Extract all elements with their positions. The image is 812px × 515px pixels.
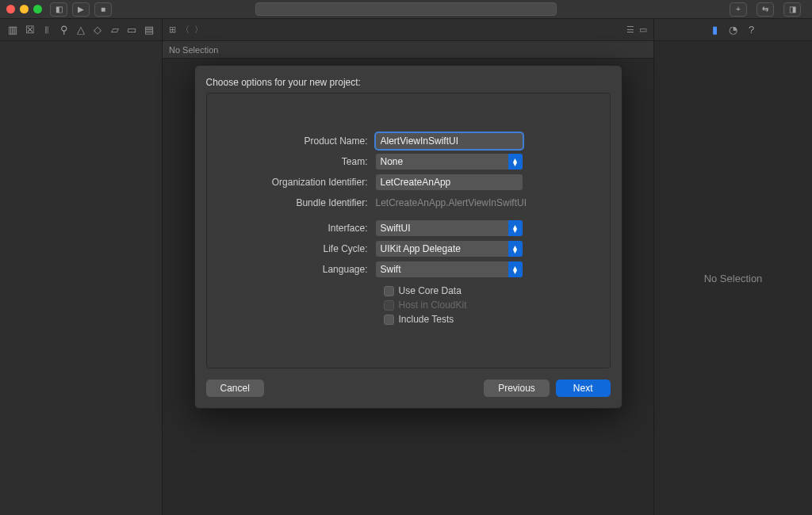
- sheet-button-row: Cancel Previous Next: [206, 380, 611, 397]
- inspector-panel: No Selection: [653, 41, 812, 515]
- jump-bar-text: No Selection: [169, 45, 218, 55]
- navigator-selector-bar: ▥ ☒ ⫴ ⚲ △ ◇ ▱ ▭ ▤: [0, 19, 163, 40]
- debug-navigator-icon[interactable]: ▱: [110, 24, 120, 36]
- new-project-options-sheet: Choose options for your new project: Pro…: [194, 65, 622, 409]
- back-icon[interactable]: 〈: [181, 24, 190, 36]
- next-button[interactable]: Next: [556, 380, 611, 397]
- window-titlebar: ◧ ▶ ■ + ⇆ ◨: [0, 0, 812, 19]
- team-select[interactable]: None ▴▾: [376, 154, 523, 170]
- life-cycle-label: Life Cycle:: [229, 243, 376, 254]
- life-cycle-select-value: UIKit App Delegate: [381, 243, 461, 254]
- team-select-value: None: [381, 156, 404, 167]
- adjust-editor-icon[interactable]: ▭: [639, 25, 647, 35]
- source-control-navigator-icon[interactable]: ☒: [25, 24, 34, 36]
- previous-button[interactable]: Previous: [484, 380, 550, 397]
- file-inspector-icon[interactable]: ▮: [712, 24, 718, 36]
- interface-label: Interface:: [229, 223, 376, 234]
- add-button[interactable]: +: [730, 2, 747, 17]
- inspector-selector-bar: ▮ ◔ ?: [653, 19, 812, 40]
- chevron-updown-icon: ▴▾: [508, 220, 523, 236]
- chevron-updown-icon: ▴▾: [508, 154, 523, 170]
- run-button[interactable]: ▶: [72, 2, 90, 17]
- project-navigator-icon[interactable]: ▥: [8, 24, 17, 36]
- sheet-form: Product Name: Team: None ▴▾ Org: [206, 93, 611, 368]
- product-name-label: Product Name:: [229, 135, 376, 147]
- use-core-data-label: Use Core Data: [399, 285, 462, 296]
- language-select-value: Swift: [381, 264, 401, 275]
- include-tests-checkbox[interactable]: [384, 315, 394, 325]
- life-cycle-select[interactable]: UIKit App Delegate ▴▾: [376, 241, 523, 257]
- stop-button[interactable]: ■: [94, 2, 112, 17]
- toggle-navigator-button[interactable]: ◧: [50, 2, 67, 17]
- forward-icon[interactable]: 〉: [194, 24, 203, 36]
- related-items-icon[interactable]: ⊞: [169, 25, 176, 35]
- chevron-updown-icon: ▴▾: [508, 241, 523, 257]
- activity-view[interactable]: [255, 2, 557, 16]
- include-tests-label: Include Tests: [399, 314, 454, 325]
- help-inspector-icon[interactable]: ?: [749, 24, 754, 36]
- breakpoint-navigator-icon[interactable]: ▭: [127, 24, 136, 36]
- symbol-navigator-icon[interactable]: ⫴: [42, 24, 52, 36]
- minimize-window-button[interactable]: [20, 5, 29, 13]
- library-button[interactable]: ⇆: [756, 2, 774, 17]
- host-cloudkit-label: Host in CloudKit: [399, 299, 467, 311]
- issue-navigator-icon[interactable]: △: [76, 24, 86, 36]
- sheet-title: Choose options for your new project:: [206, 77, 611, 88]
- main-area: No Selection Choose options for your new…: [0, 41, 812, 515]
- bundle-id-value: LetCreateAnApp.AlertViewInSwiftUI: [376, 195, 523, 211]
- chevron-updown-icon: ▴▾: [508, 261, 523, 277]
- language-label: Language:: [229, 264, 376, 275]
- zoom-window-button[interactable]: [33, 5, 42, 13]
- org-id-label: Organization Identifier:: [229, 177, 376, 188]
- editor-area: No Selection Choose options for your new…: [163, 41, 653, 515]
- find-navigator-icon[interactable]: ⚲: [59, 24, 68, 36]
- interface-select[interactable]: SwiftUI ▴▾: [376, 220, 523, 236]
- jump-bar: No Selection: [163, 41, 653, 59]
- language-select[interactable]: Swift ▴▾: [376, 261, 523, 277]
- toggle-inspector-button[interactable]: ◨: [783, 2, 801, 17]
- editor-tab-bar: ⊞ 〈 〉 ☰ ▭: [163, 19, 653, 40]
- editor-options-icon[interactable]: ☰: [626, 25, 634, 35]
- host-cloudkit-checkbox: [384, 300, 394, 311]
- product-name-input[interactable]: [376, 133, 523, 149]
- team-label: Team:: [229, 156, 376, 167]
- report-navigator-icon[interactable]: ▤: [144, 24, 154, 36]
- org-id-input[interactable]: [376, 174, 523, 190]
- close-window-button[interactable]: [6, 5, 15, 13]
- history-inspector-icon[interactable]: ◔: [729, 24, 737, 36]
- use-core-data-checkbox[interactable]: [384, 286, 394, 296]
- inspector-empty-text: No Selection: [704, 273, 763, 284]
- test-navigator-icon[interactable]: ◇: [93, 24, 102, 36]
- interface-select-value: SwiftUI: [381, 223, 411, 234]
- secondary-toolbar: ▥ ☒ ⫴ ⚲ △ ◇ ▱ ▭ ▤ ⊞ 〈 〉 ☰ ▭ ▮ ◔ ?: [0, 19, 812, 41]
- navigator-sidebar: [0, 41, 163, 515]
- bundle-id-label: Bundle Identifier:: [229, 197, 376, 208]
- cancel-button[interactable]: Cancel: [206, 380, 264, 397]
- traffic-lights: [6, 5, 42, 13]
